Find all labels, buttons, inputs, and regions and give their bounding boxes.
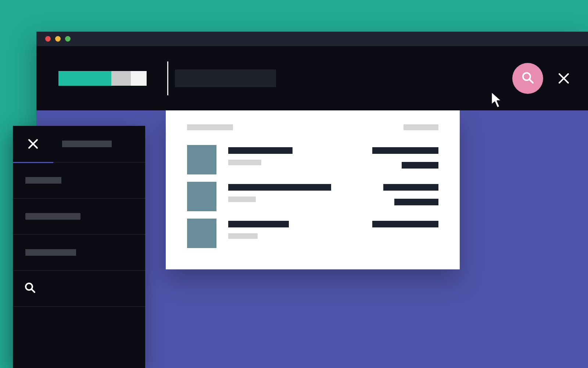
progress-seg-2 [111,71,131,86]
sidebar-item-label [25,177,61,184]
sidebar-item-label [25,213,80,220]
result-thumbnail [187,182,216,211]
progress-seg-3 [131,71,147,86]
result-row[interactable] [187,219,438,248]
window-titlebar [36,32,588,46]
progress-seg-1 [58,71,111,86]
result-subtitle [228,197,256,202]
toolbar-divider [167,61,168,95]
sidebar-panel [13,126,145,368]
sidebar-item[interactable] [13,162,145,198]
result-meta [372,221,438,227]
toolbar [36,46,588,110]
search-icon [25,282,36,295]
sidebar-item[interactable] [13,198,145,234]
progress-indicator [58,71,147,86]
panel-header-right [404,124,438,130]
sidebar-search-item[interactable] [13,270,145,306]
sidebar-accent-divider [13,162,53,163]
toolbar-close-button[interactable] [558,72,570,84]
sidebar-close-button[interactable] [13,126,53,162]
result-subtitle [228,233,258,239]
result-row[interactable] [187,182,438,211]
result-meta-2 [394,199,438,205]
result-thumbnail [187,145,216,174]
search-input[interactable] [175,70,276,87]
search-icon [521,71,534,85]
window-zoom-dot[interactable] [65,36,71,42]
result-thumbnail [187,219,216,248]
result-meta [383,184,438,191]
search-results-panel [166,110,460,269]
sidebar-item-label[interactable] [62,141,112,147]
panel-header [187,124,438,130]
result-row[interactable] [187,145,438,174]
result-meta [372,147,438,154]
result-meta-2 [402,162,438,169]
sidebar-item[interactable] [13,306,145,342]
svg-line-7 [32,289,35,292]
search-button[interactable] [512,63,543,94]
svg-line-1 [530,79,533,83]
sidebar-item[interactable] [13,234,145,270]
panel-header-left [187,124,233,130]
result-title [228,184,331,191]
result-subtitle [228,160,261,165]
window-minimize-dot[interactable] [55,36,61,42]
sidebar-item-label [25,249,76,256]
result-title [228,147,293,154]
window-close-dot[interactable] [45,36,51,42]
result-title [228,221,289,227]
sidebar-header [13,126,145,162]
